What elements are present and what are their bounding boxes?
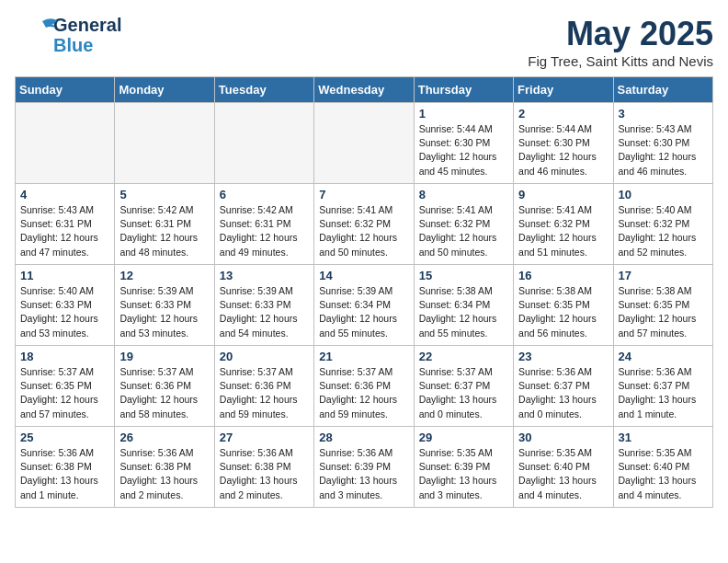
calendar-cell: 18Sunrise: 5:37 AM Sunset: 6:35 PM Dayli… <box>16 346 115 427</box>
day-number: 22 <box>419 350 508 363</box>
calendar-cell: 10Sunrise: 5:40 AM Sunset: 6:32 PM Dayli… <box>613 184 712 265</box>
calendar-cell: 1Sunrise: 5:44 AM Sunset: 6:30 PM Daylig… <box>414 103 513 184</box>
day-info: Sunrise: 5:39 AM Sunset: 6:33 PM Dayligh… <box>220 284 309 340</box>
day-number: 8 <box>419 188 508 201</box>
day-number: 18 <box>20 350 109 363</box>
day-info: Sunrise: 5:36 AM Sunset: 6:39 PM Dayligh… <box>319 446 408 502</box>
day-number: 13 <box>220 269 309 282</box>
calendar-cell: 9Sunrise: 5:41 AM Sunset: 6:32 PM Daylig… <box>514 184 613 265</box>
title-block: May 2025 Fig Tree, Saint Kitts and Nevis <box>528 15 713 69</box>
day-number: 7 <box>319 188 408 201</box>
calendar-cell: 27Sunrise: 5:36 AM Sunset: 6:38 PM Dayli… <box>214 427 313 508</box>
day-number: 5 <box>119 188 209 201</box>
day-info: Sunrise: 5:44 AM Sunset: 6:30 PM Dayligh… <box>518 122 608 178</box>
calendar-cell: 24Sunrise: 5:36 AM Sunset: 6:37 PM Dayli… <box>613 346 712 427</box>
calendar-cell: 29Sunrise: 5:35 AM Sunset: 6:39 PM Dayli… <box>414 427 513 508</box>
calendar-cell: 30Sunrise: 5:35 AM Sunset: 6:40 PM Dayli… <box>514 427 613 508</box>
weekday-header-monday: Monday <box>115 77 214 103</box>
day-info: Sunrise: 5:35 AM Sunset: 6:40 PM Dayligh… <box>518 446 608 502</box>
day-number: 24 <box>619 350 708 363</box>
day-info: Sunrise: 5:42 AM Sunset: 6:31 PM Dayligh… <box>220 203 309 259</box>
day-number: 12 <box>119 269 209 282</box>
calendar-cell: 4Sunrise: 5:43 AM Sunset: 6:31 PM Daylig… <box>16 184 115 265</box>
calendar-cell: 17Sunrise: 5:38 AM Sunset: 6:35 PM Dayli… <box>613 265 712 346</box>
weekday-header-saturday: Saturday <box>613 77 712 103</box>
day-info: Sunrise: 5:37 AM Sunset: 6:37 PM Dayligh… <box>419 365 508 421</box>
day-info: Sunrise: 5:40 AM Sunset: 6:33 PM Dayligh… <box>20 284 109 340</box>
day-number: 10 <box>619 188 708 201</box>
day-info: Sunrise: 5:36 AM Sunset: 6:38 PM Dayligh… <box>20 446 109 502</box>
calendar-cell: 31Sunrise: 5:35 AM Sunset: 6:40 PM Dayli… <box>613 427 712 508</box>
day-number: 1 <box>419 107 508 121</box>
calendar-cell: 13Sunrise: 5:39 AM Sunset: 6:33 PM Dayli… <box>214 265 313 346</box>
day-number: 20 <box>220 350 309 363</box>
day-number: 11 <box>20 269 109 282</box>
calendar-cell: 16Sunrise: 5:38 AM Sunset: 6:35 PM Dayli… <box>514 265 613 346</box>
day-number: 31 <box>619 431 708 444</box>
day-number: 16 <box>518 269 608 282</box>
logo-blue: Blue <box>53 35 121 55</box>
day-number: 30 <box>518 431 608 444</box>
day-info: Sunrise: 5:37 AM Sunset: 6:36 PM Dayligh… <box>319 365 408 421</box>
day-number: 25 <box>20 431 109 444</box>
day-number: 26 <box>119 431 209 444</box>
calendar-week-row: 1Sunrise: 5:44 AM Sunset: 6:30 PM Daylig… <box>16 103 713 184</box>
day-number: 28 <box>319 431 408 444</box>
day-number: 3 <box>619 107 708 121</box>
weekday-header-row: SundayMondayTuesdayWednesdayThursdayFrid… <box>16 77 713 103</box>
calendar-cell: 6Sunrise: 5:42 AM Sunset: 6:31 PM Daylig… <box>214 184 313 265</box>
day-number: 29 <box>419 431 508 444</box>
calendar-cell: 12Sunrise: 5:39 AM Sunset: 6:33 PM Dayli… <box>115 265 214 346</box>
day-info: Sunrise: 5:43 AM Sunset: 6:30 PM Dayligh… <box>619 122 708 178</box>
day-info: Sunrise: 5:43 AM Sunset: 6:31 PM Dayligh… <box>20 203 109 259</box>
calendar-cell: 14Sunrise: 5:39 AM Sunset: 6:34 PM Dayli… <box>314 265 414 346</box>
day-info: Sunrise: 5:38 AM Sunset: 6:35 PM Dayligh… <box>518 284 608 340</box>
day-info: Sunrise: 5:35 AM Sunset: 6:40 PM Dayligh… <box>619 446 708 502</box>
calendar-cell: 28Sunrise: 5:36 AM Sunset: 6:39 PM Dayli… <box>314 427 414 508</box>
day-info: Sunrise: 5:36 AM Sunset: 6:38 PM Dayligh… <box>119 446 209 502</box>
calendar-cell <box>314 103 414 184</box>
calendar-cell: 22Sunrise: 5:37 AM Sunset: 6:37 PM Dayli… <box>414 346 513 427</box>
day-number: 9 <box>518 188 608 201</box>
calendar-cell: 2Sunrise: 5:44 AM Sunset: 6:30 PM Daylig… <box>514 103 613 184</box>
day-number: 19 <box>119 350 209 363</box>
calendar-table: SundayMondayTuesdayWednesdayThursdayFrid… <box>15 76 713 508</box>
calendar-cell: 23Sunrise: 5:36 AM Sunset: 6:37 PM Dayli… <box>514 346 613 427</box>
logo-general: General <box>53 15 121 35</box>
calendar-cell: 7Sunrise: 5:41 AM Sunset: 6:32 PM Daylig… <box>314 184 414 265</box>
day-info: Sunrise: 5:37 AM Sunset: 6:36 PM Dayligh… <box>220 365 309 421</box>
day-number: 14 <box>319 269 408 282</box>
day-info: Sunrise: 5:44 AM Sunset: 6:30 PM Dayligh… <box>419 122 508 178</box>
day-info: Sunrise: 5:41 AM Sunset: 6:32 PM Dayligh… <box>518 203 608 259</box>
day-info: Sunrise: 5:37 AM Sunset: 6:35 PM Dayligh… <box>20 365 109 421</box>
day-info: Sunrise: 5:36 AM Sunset: 6:37 PM Dayligh… <box>518 365 608 421</box>
day-info: Sunrise: 5:39 AM Sunset: 6:33 PM Dayligh… <box>119 284 209 340</box>
day-info: Sunrise: 5:35 AM Sunset: 6:39 PM Dayligh… <box>419 446 508 502</box>
day-number: 6 <box>220 188 309 201</box>
weekday-header-thursday: Thursday <box>414 77 513 103</box>
weekday-header-wednesday: Wednesday <box>314 77 414 103</box>
calendar-week-row: 11Sunrise: 5:40 AM Sunset: 6:33 PM Dayli… <box>16 265 713 346</box>
logo: General Blue <box>15 15 121 55</box>
calendar-cell: 3Sunrise: 5:43 AM Sunset: 6:30 PM Daylig… <box>613 103 712 184</box>
calendar-cell: 15Sunrise: 5:38 AM Sunset: 6:34 PM Dayli… <box>414 265 513 346</box>
day-info: Sunrise: 5:40 AM Sunset: 6:32 PM Dayligh… <box>619 203 708 259</box>
calendar-cell: 20Sunrise: 5:37 AM Sunset: 6:36 PM Dayli… <box>214 346 313 427</box>
calendar-cell: 21Sunrise: 5:37 AM Sunset: 6:36 PM Dayli… <box>314 346 414 427</box>
day-number: 15 <box>419 269 508 282</box>
day-info: Sunrise: 5:42 AM Sunset: 6:31 PM Dayligh… <box>119 203 209 259</box>
month-title: May 2025 <box>528 15 713 53</box>
weekday-header-friday: Friday <box>514 77 613 103</box>
day-info: Sunrise: 5:39 AM Sunset: 6:34 PM Dayligh… <box>319 284 408 340</box>
day-number: 17 <box>619 269 708 282</box>
calendar-cell <box>214 103 313 184</box>
calendar-week-row: 25Sunrise: 5:36 AM Sunset: 6:38 PM Dayli… <box>16 427 713 508</box>
calendar-cell: 5Sunrise: 5:42 AM Sunset: 6:31 PM Daylig… <box>115 184 214 265</box>
logo-name: General Blue <box>53 15 121 55</box>
logo-bird-icon <box>15 17 61 44</box>
calendar-cell: 25Sunrise: 5:36 AM Sunset: 6:38 PM Dayli… <box>16 427 115 508</box>
calendar-cell <box>115 103 214 184</box>
calendar-cell <box>16 103 115 184</box>
day-info: Sunrise: 5:37 AM Sunset: 6:36 PM Dayligh… <box>119 365 209 421</box>
calendar-cell: 26Sunrise: 5:36 AM Sunset: 6:38 PM Dayli… <box>115 427 214 508</box>
